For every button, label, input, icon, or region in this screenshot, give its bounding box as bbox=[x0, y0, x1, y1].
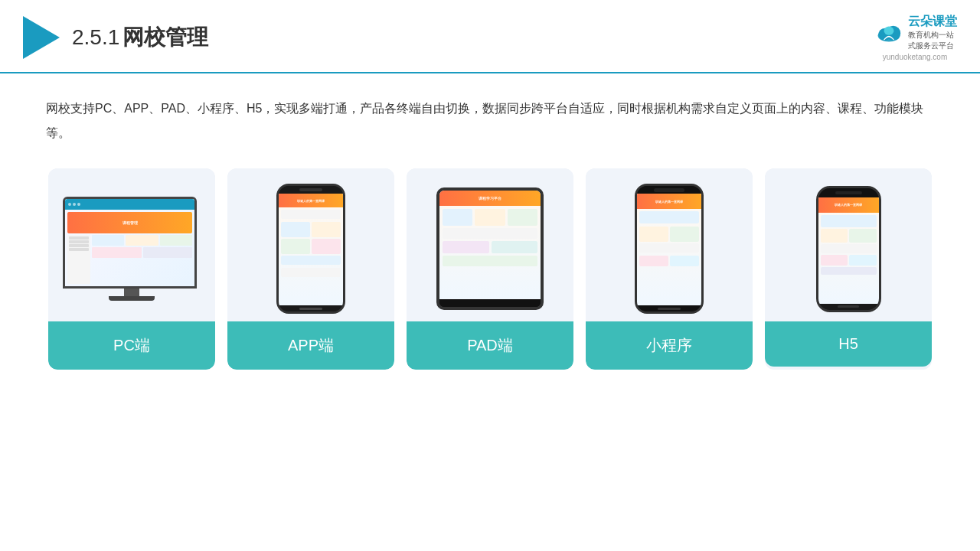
mini-program-label: 小程序 bbox=[586, 321, 753, 370]
app-image-area: 职途人的第一堂网课 bbox=[227, 168, 394, 321]
pc-monitor-icon: 课程管理 bbox=[63, 197, 201, 301]
svg-point-3 bbox=[884, 26, 894, 34]
pad-tablet-icon: 课程学习平台 bbox=[436, 187, 544, 310]
brand-text: 云朵课堂 教育机构一站 式服务云平台 bbox=[908, 14, 957, 51]
brand-tagline-line2: 式服务云平台 bbox=[908, 41, 957, 51]
brand-area: 云朵课堂 教育机构一站 式服务云平台 yunduoketang.com bbox=[873, 14, 957, 61]
h5-label: H5 bbox=[765, 321, 932, 367]
brand-url: yunduoketang.com bbox=[883, 53, 948, 61]
mini-program-image-area: 职途人的第一堂网课 bbox=[586, 168, 753, 321]
app-label: APP端 bbox=[227, 321, 394, 370]
pc-label: PC端 bbox=[48, 321, 215, 370]
header-left: 2.5.1网校管理 bbox=[23, 16, 208, 59]
mini-program-phone-icon: 职途人的第一堂网课 bbox=[635, 184, 704, 314]
app-phone-icon: 职途人的第一堂网课 bbox=[276, 184, 345, 314]
section-number: 2.5.1 bbox=[72, 25, 119, 49]
h5-phone-icon: 职途人的第一堂网课 bbox=[816, 186, 881, 312]
pc-card: 课程管理 bbox=[48, 168, 215, 370]
page-title: 2.5.1网校管理 bbox=[72, 23, 208, 52]
description-text: 网校支持PC、APP、PAD、小程序、H5，实现多端打通，产品各终端自由切换，数… bbox=[46, 96, 934, 145]
cloud-icon bbox=[873, 22, 905, 44]
brand-tagline-line1: 教育机构一站 bbox=[908, 30, 957, 41]
h5-image-area: 职途人的第一堂网课 bbox=[765, 168, 932, 321]
mini-program-card: 职途人的第一堂网课 bbox=[586, 168, 753, 370]
pad-image-area: 课程学习平台 bbox=[407, 168, 573, 321]
pad-card: 课程学习平台 bbox=[407, 168, 573, 370]
brand-row: 云朵课堂 教育机构一站 式服务云平台 bbox=[873, 14, 957, 51]
platform-cards: 课程管理 bbox=[46, 168, 934, 370]
app-card: 职途人的第一堂网课 bbox=[227, 168, 394, 370]
page-header: 2.5.1网校管理 云朵课堂 教育机构一站 式服务云平台 yunduoketan… bbox=[0, 0, 980, 73]
h5-card: 职途人的第一堂网课 bbox=[765, 168, 932, 370]
logo-triangle-icon bbox=[23, 16, 60, 59]
brand-name: 云朵课堂 bbox=[908, 14, 957, 30]
pad-label: PAD端 bbox=[407, 321, 573, 370]
pc-image-area: 课程管理 bbox=[48, 168, 215, 321]
main-content: 网校支持PC、APP、PAD、小程序、H5，实现多端打通，产品各终端自由切换，数… bbox=[0, 73, 980, 385]
